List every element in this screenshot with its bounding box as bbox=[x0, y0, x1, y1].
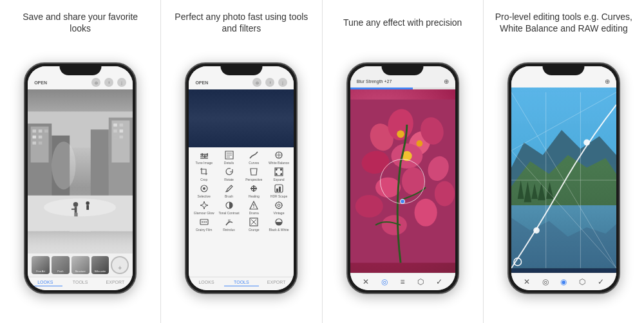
tool-selective[interactable]: Selective bbox=[193, 183, 216, 198]
tool-grunge[interactable]: Grunge bbox=[242, 217, 265, 232]
layers-icon-4[interactable]: ⬡ bbox=[579, 277, 585, 286]
looks-strip: Fine Art Push Structure Silhouette + bbox=[28, 254, 133, 277]
tab-tools-1[interactable]: TOOLS bbox=[62, 280, 97, 286]
photo-flowers bbox=[350, 89, 455, 273]
circle-handle[interactable] bbox=[400, 199, 405, 204]
look-silhouette[interactable]: Silhouette bbox=[91, 256, 109, 274]
tool-rotate[interactable]: Rotate bbox=[218, 167, 241, 181]
look-structure[interactable]: Structure bbox=[71, 256, 90, 274]
mask-icon-3[interactable]: ⬡ bbox=[417, 277, 424, 286]
selective-circle[interactable] bbox=[380, 159, 425, 204]
tool-white-balance[interactable]: White Balance bbox=[267, 150, 290, 165]
tool-grainy-film[interactable]: Grainy Film bbox=[193, 217, 216, 232]
icon-more-2: ⋮ bbox=[278, 78, 287, 87]
svg-rect-8 bbox=[33, 142, 37, 145]
panel-title-2: Perfect any photo fast using tools and f… bbox=[166, 6, 316, 39]
grunge-icon bbox=[247, 217, 260, 227]
tool-drama[interactable]: Drama bbox=[242, 200, 265, 215]
crop-icon bbox=[198, 167, 211, 177]
tool-details[interactable]: Details bbox=[218, 150, 241, 165]
tune-image-icon bbox=[198, 150, 211, 160]
close-icon-4[interactable]: ✕ bbox=[524, 277, 530, 286]
panel-title-3: Tune any effect with precision bbox=[337, 6, 468, 39]
tool-glamour-glow[interactable]: Glamour Glow bbox=[193, 200, 216, 215]
tool-crop[interactable]: Crop bbox=[193, 167, 216, 181]
check-icon-3[interactable]: ✓ bbox=[436, 277, 442, 286]
svg-rect-32 bbox=[200, 158, 208, 159]
tools-row-4: Glamour Glow Tonal Contrast bbox=[191, 200, 291, 215]
sliders-icon-3[interactable]: ≡ bbox=[401, 277, 405, 286]
phone-wrapper-3: Blur Strength +27 ⊕ bbox=[346, 39, 459, 318]
compare-icon-4[interactable]: ⊕ bbox=[605, 78, 610, 85]
svg-point-70 bbox=[397, 130, 404, 138]
look-add[interactable]: + bbox=[111, 256, 129, 274]
icon-location-2: ⊙ bbox=[252, 78, 261, 87]
close-icon-3[interactable]: ✕ bbox=[363, 277, 369, 286]
phone-notch-2 bbox=[220, 64, 262, 75]
eye-icon-4[interactable]: ◉ bbox=[560, 277, 567, 286]
tab-looks-2[interactable]: LOOKS bbox=[189, 280, 223, 286]
tool-vintage-label: Vintage bbox=[274, 211, 285, 215]
svg-point-28 bbox=[86, 201, 90, 205]
tools-grid: Tune Image Details Curves bbox=[189, 147, 294, 277]
expand-icon bbox=[272, 167, 285, 177]
selective-edit-icon[interactable]: ◎ bbox=[381, 277, 388, 286]
phone-notch-3 bbox=[382, 64, 424, 75]
tool-retrolux[interactable]: Retrolux bbox=[218, 217, 241, 232]
check-icon-4[interactable]: ✓ bbox=[598, 277, 604, 286]
svg-rect-25 bbox=[71, 208, 75, 210]
icon-more: ⋮ bbox=[117, 78, 126, 87]
open-button-1[interactable]: OPEN bbox=[34, 80, 47, 85]
tab-export-1[interactable]: EXPORT bbox=[98, 280, 133, 286]
photo-overlay bbox=[28, 228, 133, 254]
icon-location: ⊙ bbox=[91, 78, 100, 87]
svg-point-51 bbox=[205, 221, 207, 223]
hdr-scape-icon bbox=[272, 183, 285, 194]
phone2-tabs: LOOKS TOOLS EXPORT bbox=[189, 277, 294, 290]
svg-point-21 bbox=[44, 198, 116, 216]
svg-point-72 bbox=[416, 140, 422, 147]
tool-white-balance-label: White Balance bbox=[269, 161, 289, 165]
blur-strength-label: Blur Strength +27 bbox=[357, 79, 392, 84]
tool-hdr-scape[interactable]: HDR Scape bbox=[267, 183, 290, 198]
tool-curves[interactable]: Curves bbox=[242, 150, 265, 165]
phone-wrapper-4: ⊕ bbox=[507, 39, 620, 318]
tool-healing[interactable]: Healing bbox=[242, 183, 265, 198]
circle-icon-4[interactable]: ◎ bbox=[542, 277, 549, 286]
phone-notch-1 bbox=[59, 64, 101, 75]
tool-retrolux-label: Retrolux bbox=[223, 228, 235, 232]
split-compare-icon[interactable]: ⊕ bbox=[444, 78, 449, 85]
svg-marker-44 bbox=[200, 201, 208, 209]
svg-rect-13 bbox=[120, 124, 124, 127]
tool-grunge-label: Grunge bbox=[249, 228, 260, 232]
perspective-icon bbox=[247, 167, 260, 177]
svg-point-82 bbox=[583, 140, 590, 146]
tools-row-5: Grainy Film Retrolux Grung bbox=[191, 217, 291, 232]
tab-looks-1[interactable]: LOOKS bbox=[28, 280, 62, 286]
retrolux-icon bbox=[223, 217, 236, 227]
tonal-contrast-icon bbox=[223, 200, 236, 210]
tool-brush[interactable]: Brush bbox=[218, 183, 241, 198]
tool-tonal-contrast[interactable]: Tonal Contrast bbox=[218, 200, 241, 215]
svg-rect-7 bbox=[39, 136, 43, 139]
photo-dark bbox=[189, 89, 294, 147]
look-push[interactable]: Push bbox=[52, 256, 70, 274]
svg-rect-27 bbox=[77, 213, 78, 217]
tool-perspective[interactable]: Perspective bbox=[242, 167, 265, 181]
phone-screen-1: OPEN ⊙ i ⋮ bbox=[28, 66, 133, 290]
tool-black-white[interactable]: Black & White bbox=[267, 217, 290, 232]
panel-looks: Save and share your favorite looks OPEN … bbox=[0, 0, 161, 323]
glamour-glow-icon bbox=[198, 200, 211, 210]
tab-export-2[interactable]: EXPORT bbox=[259, 280, 294, 286]
look-fine-art[interactable]: Fine Art bbox=[32, 256, 50, 274]
panel-title-1: Save and share your favorite looks bbox=[5, 6, 155, 39]
tool-brush-label: Brush bbox=[225, 194, 233, 198]
tool-vintage[interactable]: Vintage bbox=[267, 200, 290, 215]
tool-tune-image[interactable]: Tune Image bbox=[193, 150, 216, 165]
svg-rect-35 bbox=[207, 153, 208, 156]
tab-tools-2[interactable]: TOOLS bbox=[224, 280, 259, 286]
svg-point-46 bbox=[276, 202, 282, 208]
open-button-2[interactable]: OPEN bbox=[195, 80, 208, 85]
tool-expand[interactable]: Expand bbox=[267, 167, 290, 181]
svg-point-39 bbox=[203, 187, 205, 190]
